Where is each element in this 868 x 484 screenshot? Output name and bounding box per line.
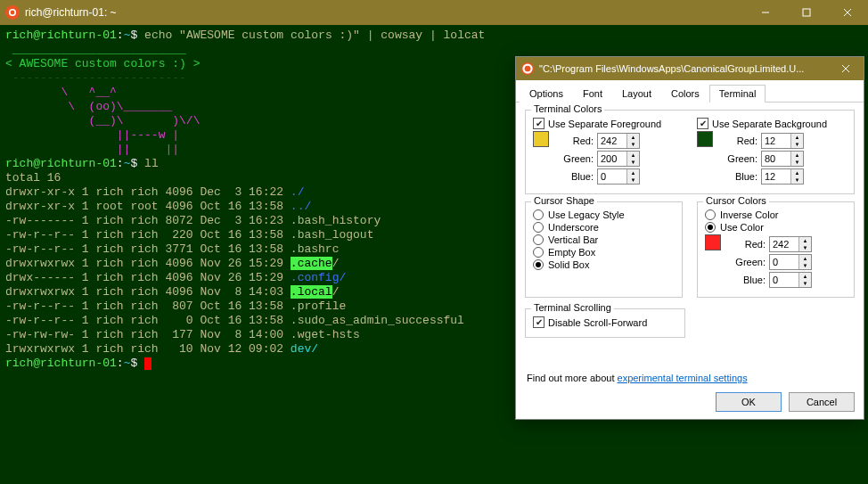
fg-blue-value[interactable]: [598, 169, 626, 184]
radio-label: Underscore: [548, 222, 599, 233]
ubuntu-logo-icon: [521, 62, 534, 75]
ok-button[interactable]: OK: [716, 392, 782, 412]
bg-blue-spinner[interactable]: ▲▼: [761, 168, 804, 185]
spin-up-icon[interactable]: ▲: [627, 152, 639, 159]
bg-green-spinner[interactable]: ▲▼: [761, 151, 804, 167]
spin-down-icon[interactable]: ▼: [799, 280, 811, 287]
cur-red-spinner[interactable]: ▲▼: [769, 236, 812, 252]
radio-icon: [705, 209, 716, 220]
fg-swatch[interactable]: [533, 131, 549, 147]
cur-red-value[interactable]: [770, 237, 798, 251]
close-button[interactable]: [827, 0, 868, 25]
minimize-button[interactable]: [745, 0, 786, 25]
cursor-shape-radio[interactable]: Use Legacy Style: [533, 209, 675, 220]
button-label: OK: [741, 397, 756, 407]
radio-icon: [533, 222, 544, 233]
label-blue: Blue:: [560, 171, 597, 182]
tab-colors[interactable]: Colors: [661, 85, 709, 103]
checkbox-icon: [533, 316, 545, 328]
spin-up-icon[interactable]: ▲: [627, 169, 639, 176]
spin-up-icon[interactable]: ▲: [791, 152, 803, 159]
info-prefix: Find out more about: [527, 373, 618, 383]
spin-down-icon[interactable]: ▼: [627, 141, 639, 148]
background-checkbox[interactable]: Use Separate Background: [697, 118, 847, 129]
label-green: Green:: [724, 153, 761, 164]
group-legend: Cursor Shape: [531, 195, 597, 206]
radio-label: Solid Box: [548, 259, 589, 270]
bg-swatch[interactable]: [697, 131, 713, 147]
cursor-shape-radio[interactable]: Solid Box: [533, 259, 675, 270]
checkbox-icon: [533, 118, 545, 129]
cur-blue-value[interactable]: [770, 273, 798, 287]
spin-down-icon[interactable]: ▼: [799, 244, 811, 251]
label-green: Green:: [732, 257, 769, 267]
spin-up-icon[interactable]: ▲: [791, 134, 803, 141]
bg-red-value[interactable]: [762, 134, 790, 148]
window-title: rich@richturn-01: ~: [25, 6, 745, 19]
disable-scroll-forward-checkbox[interactable]: Disable Scroll-Forward: [533, 316, 677, 328]
fg-green-value[interactable]: [598, 152, 626, 166]
spin-down-icon[interactable]: ▼: [791, 159, 803, 166]
inverse-color-radio[interactable]: Inverse Color: [705, 209, 847, 220]
tab-options[interactable]: Options: [520, 85, 573, 103]
radio-icon: [705, 222, 716, 233]
cursor-shape-radio[interactable]: Vertical Bar: [533, 234, 675, 245]
spin-up-icon[interactable]: ▲: [799, 273, 811, 280]
cursor-swatch[interactable]: [705, 234, 721, 250]
bg-blue-value[interactable]: [762, 169, 790, 184]
cursor-shape-radio[interactable]: Underscore: [533, 222, 675, 233]
dialog-titlebar: "C:\Program Files\WindowsApps\CanonicalG…: [516, 57, 864, 80]
radio-icon: [533, 234, 544, 245]
label-blue: Blue:: [732, 275, 769, 285]
label-blue: Blue:: [724, 171, 761, 182]
fg-red-value[interactable]: [598, 134, 626, 148]
label-green: Green:: [560, 153, 597, 164]
fg-blue-spinner[interactable]: ▲▼: [597, 168, 640, 185]
spin-down-icon[interactable]: ▼: [791, 141, 803, 148]
spin-down-icon[interactable]: ▼: [791, 176, 803, 184]
use-color-radio[interactable]: Use Color: [705, 222, 847, 233]
radio-label: Vertical Bar: [548, 234, 598, 245]
spin-up-icon[interactable]: ▲: [791, 169, 803, 176]
bg-red-spinner[interactable]: ▲▼: [761, 133, 804, 149]
fg-red-spinner[interactable]: ▲▼: [597, 133, 640, 149]
spin-down-icon[interactable]: ▼: [799, 262, 811, 269]
spin-down-icon[interactable]: ▼: [627, 176, 639, 184]
ubuntu-logo-icon: [5, 5, 20, 20]
spin-up-icon[interactable]: ▲: [799, 237, 811, 244]
label-red: Red:: [732, 239, 769, 250]
cursor-shape-radio[interactable]: Empty Box: [533, 247, 675, 258]
terminal-scrolling-group: Terminal Scrolling Disable Scroll-Forwar…: [525, 308, 685, 338]
cur-blue-spinner[interactable]: ▲▼: [769, 272, 812, 288]
bg-green-value[interactable]: [762, 152, 790, 166]
cur-green-value[interactable]: [770, 255, 798, 269]
svg-rect-3: [803, 9, 810, 16]
checkbox-label: Use Separate Foreground: [548, 119, 661, 129]
dialog-close-button[interactable]: [828, 57, 864, 80]
radio-icon: [533, 259, 544, 270]
experimental-settings-link[interactable]: experimental terminal settings: [618, 373, 748, 383]
radio-label: Use Color: [720, 222, 764, 233]
button-label: Cancel: [807, 397, 837, 407]
svg-point-7: [525, 66, 531, 72]
cur-green-spinner[interactable]: ▲▼: [769, 254, 812, 270]
spin-down-icon[interactable]: ▼: [627, 159, 639, 166]
window-titlebar: rich@richturn-01: ~: [0, 0, 868, 25]
fg-green-spinner[interactable]: ▲▼: [597, 151, 640, 167]
tab-layout[interactable]: Layout: [612, 85, 661, 103]
foreground-checkbox[interactable]: Use Separate Foreground: [533, 118, 683, 129]
radio-icon: [533, 247, 544, 258]
info-text: Find out more about experimental termina…: [527, 373, 748, 383]
label-red: Red:: [724, 135, 761, 146]
tab-font[interactable]: Font: [573, 85, 612, 103]
properties-dialog: "C:\Program Files\WindowsApps\CanonicalG…: [515, 56, 864, 420]
cursor-shape-group: Cursor Shape Use Legacy StyleUnderscoreV…: [525, 201, 683, 298]
spin-up-icon[interactable]: ▲: [627, 134, 639, 141]
terminal-colors-group: Terminal Colors Use Separate Foreground …: [525, 110, 855, 194]
cancel-button[interactable]: Cancel: [789, 392, 855, 412]
spin-up-icon[interactable]: ▲: [799, 255, 811, 262]
maximize-button[interactable]: [786, 0, 827, 25]
tab-terminal[interactable]: Terminal: [709, 85, 766, 103]
checkbox-label: Use Separate Background: [712, 119, 827, 129]
svg-point-1: [11, 11, 15, 15]
